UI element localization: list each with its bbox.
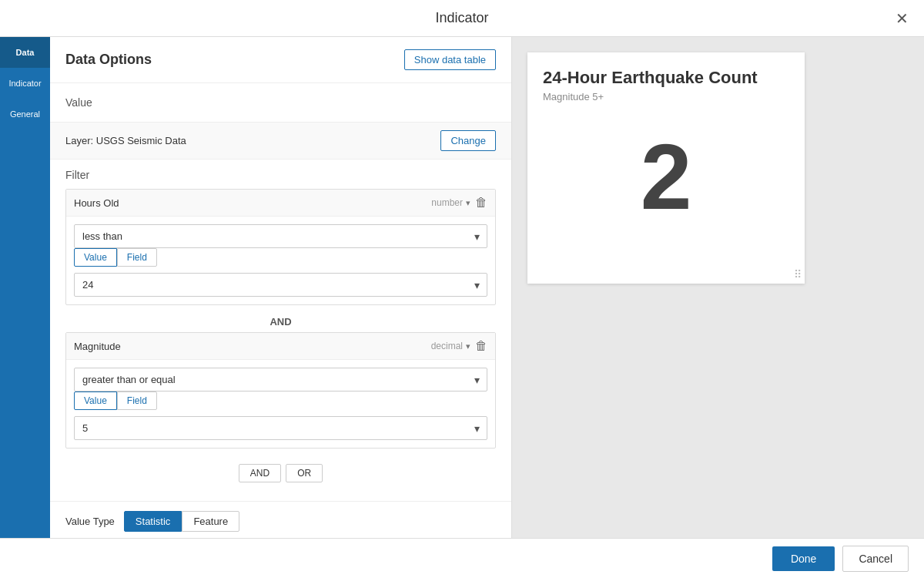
filter1-operator-select[interactable]: less than less than or equal greater tha… [74,224,487,248]
show-data-table-button[interactable]: Show data table [404,49,496,70]
right-panel: 24-Hour Earthquake Count Magnitude 5+ 2 … [512,37,924,538]
filter2-value-wrapper: 5 [74,416,487,440]
filter1-field-tab[interactable]: Field [117,248,157,267]
filter1-type: number [431,197,463,208]
filter-block-1: Hours Old number ▾ 🗑 less than less than… [65,189,496,305]
filter-label: Filter [65,169,496,181]
filter1-body: less than less than or equal greater tha… [66,217,495,304]
sidebar-item-general[interactable]: General [0,99,50,129]
filter2-tabs: Value Field [74,391,487,410]
and-button[interactable]: AND [239,464,281,482]
filter-block-1-header: Hours Old number ▾ 🗑 [66,190,495,217]
filter2-body: greater than or equal less than less tha… [66,360,495,448]
value-type-label: Value Type [65,516,115,527]
panel-header: Data Options Show data table [50,37,511,83]
filter-block-2-header: Magnitude decimal ▾ 🗑 [66,333,495,360]
filter2-field: Magnitude [74,341,431,352]
widget-title: 24-Hour Earthquake Count [543,68,789,88]
sidebar-item-data[interactable]: Data [0,37,50,68]
filter1-delete-button[interactable]: 🗑 [475,196,487,210]
main-content: Data Indicator General Data Options Show… [0,37,924,538]
filter1-value-select[interactable]: 24 [74,273,487,297]
filter2-field-tab[interactable]: Field [117,391,157,410]
filter2-value-select[interactable]: 5 [74,416,487,440]
widget-value: 2 [543,115,789,238]
filter1-type-wrapper: number ▾ [431,197,470,208]
value-label: Value [65,96,92,109]
layer-row: Layer: USGS Seismic Data Change [50,122,511,160]
filter-section: Filter Hours Old number ▾ 🗑 [50,160,511,501]
or-button[interactable]: OR [286,464,323,482]
footer: Done Cancel [0,538,924,578]
value-section: Value [50,83,511,122]
cancel-button[interactable]: Cancel [842,546,909,572]
filter1-field: Hours Old [74,197,431,209]
filter2-type: decimal [431,341,463,351]
value-type-section: Value Type Statistic Feature [50,501,511,538]
and-divider: AND [65,311,496,332]
left-panel: Data Options Show data table Value Layer… [50,37,512,538]
close-button[interactable]: ✕ [896,9,909,28]
filter2-operator-wrapper: greater than or equal less than less tha… [74,368,487,391]
resize-handle[interactable]: ⠿ [794,268,802,281]
filter2-delete-button[interactable]: 🗑 [475,339,487,353]
filter1-type-caret[interactable]: ▾ [466,198,470,208]
filter2-value-tab[interactable]: Value [74,391,117,410]
change-button[interactable]: Change [440,130,496,151]
filter2-type-caret[interactable]: ▾ [466,341,470,351]
filter2-type-wrapper: decimal ▾ [431,341,470,351]
modal-container: Indicator ✕ Data Indicator General Data … [0,0,924,578]
filter2-operator-select[interactable]: greater than or equal less than less tha… [74,368,487,391]
panel-title: Data Options [65,52,152,68]
filter1-operator-wrapper: less than less than or equal greater tha… [74,224,487,248]
widget-subtitle: Magnitude 5+ [543,91,789,102]
modal-title: Indicator [435,10,488,26]
widget-card: 24-Hour Earthquake Count Magnitude 5+ 2 … [527,52,805,284]
statistic-button[interactable]: Statistic [124,511,182,532]
layer-label: Layer: USGS Seismic Data [65,135,186,146]
add-condition-row: AND OR [65,455,496,492]
filter1-value-wrapper: 24 [74,273,487,297]
filter-block-2: Magnitude decimal ▾ 🗑 greater than or eq… [65,332,496,449]
sidebar: Data Indicator General [0,37,50,538]
sidebar-item-indicator[interactable]: Indicator [0,68,50,99]
feature-button[interactable]: Feature [182,511,239,532]
done-button[interactable]: Done [772,546,835,571]
title-bar: Indicator ✕ [0,0,924,37]
filter1-value-tab[interactable]: Value [74,248,117,267]
filter1-tabs: Value Field [74,248,487,267]
